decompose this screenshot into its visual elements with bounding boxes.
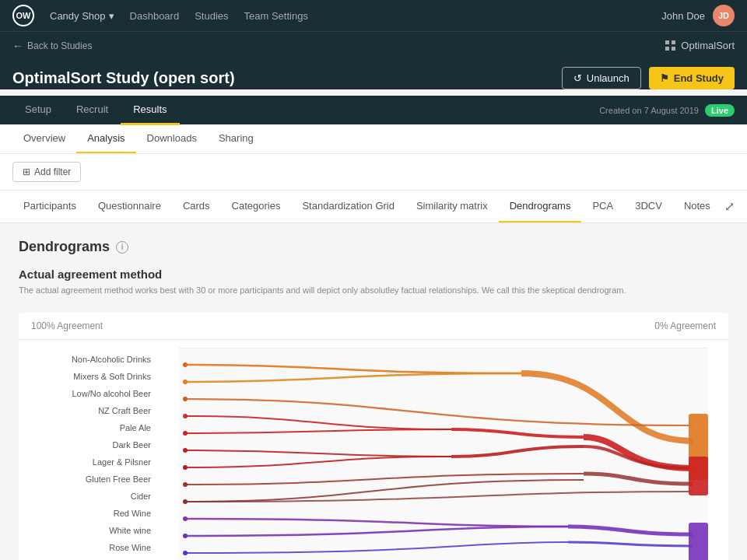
tab-recruit[interactable]: Recruit <box>64 96 121 125</box>
study-actions: ↺ Unlaunch ⚑ End Study <box>562 67 735 89</box>
svg-rect-19 <box>689 523 708 561</box>
tab-sharing[interactable]: Sharing <box>208 124 265 153</box>
refresh-icon: ↺ <box>573 72 582 84</box>
chart-body: Non-Alcoholic Drinks Mixers & Soft Drink… <box>19 340 728 561</box>
tab-analysis[interactable]: Analysis <box>76 124 135 153</box>
back-arrow-icon: ← <box>12 40 23 52</box>
dendrogram-svg <box>159 348 728 561</box>
tab-similarity-matrix[interactable]: Similarity matrix <box>405 191 499 222</box>
label-lager: Lager & Pilsner <box>31 453 151 471</box>
expand-button[interactable]: ⤢ <box>724 199 735 214</box>
status-badge: Live <box>705 104 735 117</box>
unlaunch-button[interactable]: ↺ Unlaunch <box>562 67 641 89</box>
label-mixers: Mixers & Soft Drinks <box>31 368 151 385</box>
nav-links: Dashboard Studies Team Settings <box>130 10 308 22</box>
tab-pca[interactable]: PCA <box>581 191 624 222</box>
main-content: Dendrograms i Actual agreement method Th… <box>0 223 747 560</box>
label-gluten-free: Gluten Free Beer <box>31 471 151 488</box>
tab-cards[interactable]: Cards <box>172 191 221 222</box>
tab-categories[interactable]: Categories <box>221 191 292 222</box>
tab-3dcv[interactable]: 3DCV <box>624 191 673 222</box>
chart-labels: Non-Alcoholic Drinks Mixers & Soft Drink… <box>19 348 159 561</box>
label-red-wine: Red Wine <box>31 505 151 522</box>
dendrogram-chart: 100% Agreement 0% Agreement Non-Alcoholi… <box>19 313 728 561</box>
back-to-studies-link[interactable]: ← Back to Studies <box>12 40 92 52</box>
study-tab-list: Setup Recruit Results <box>12 96 180 124</box>
label-pale-ale: Pale Ale <box>31 419 151 436</box>
nav-team-settings[interactable]: Team Settings <box>244 10 308 22</box>
optimal-sort-branding: OptimalSort <box>665 40 735 51</box>
dendrogram-svg-area <box>159 348 728 561</box>
add-filter-button[interactable]: ⊞ Add filter <box>12 162 81 182</box>
chart-right-label: 0% Agreement <box>654 320 716 331</box>
filter-icon: ⊞ <box>23 166 30 177</box>
tab-questionnaire[interactable]: Questionnaire <box>87 191 172 222</box>
label-dark-beer: Dark Beer <box>31 436 151 453</box>
results-tabs: Overview Analysis Downloads Sharing <box>0 124 747 154</box>
tab-participants[interactable]: Participants <box>12 191 87 222</box>
top-navigation: OW Candy Shop ▾ Dashboard Studies Team S… <box>0 0 747 31</box>
sub-navigation: ← Back to Studies OptimalSort <box>0 31 747 59</box>
nav-studies[interactable]: Studies <box>195 10 228 22</box>
logo: OW <box>12 5 34 26</box>
study-meta: Created on 7 August 2019 Live <box>599 104 735 117</box>
analysis-tabs: Participants Questionnaire Cards Categor… <box>0 191 747 223</box>
top-nav-left: OW Candy Shop ▾ Dashboard Studies Team S… <box>12 5 308 26</box>
flag-icon: ⚑ <box>660 72 669 84</box>
tab-standardization-grid[interactable]: Standardization Grid <box>291 191 405 222</box>
tab-notes[interactable]: Notes <box>673 191 721 222</box>
info-icon[interactable]: i <box>116 241 128 254</box>
user-name: John Doe <box>661 10 705 22</box>
chevron-down-icon: ▾ <box>109 10 114 22</box>
study-header: OptimalSort Study (open sort) ↺ Unlaunch… <box>0 59 747 89</box>
label-low-no-alcohol: Low/No alcohol Beer <box>31 385 151 402</box>
filter-bar: ⊞ Add filter <box>0 154 747 191</box>
tab-setup[interactable]: Setup <box>12 96 64 125</box>
study-title: OptimalSort Study (open sort) <box>12 69 235 87</box>
label-cider: Cider <box>31 488 151 505</box>
grid-icon <box>665 40 676 51</box>
label-rose-wine: Rose Wine <box>31 539 151 556</box>
tab-dendrograms[interactable]: Dendrograms <box>499 191 582 222</box>
study-tabs: Setup Recruit Results Created on 7 Augus… <box>0 96 747 124</box>
top-nav-right: John Doe JD <box>661 5 735 26</box>
end-study-button[interactable]: ⚑ End Study <box>649 67 735 89</box>
svg-rect-18 <box>689 457 708 495</box>
analysis-tab-list: Participants Questionnaire Cards Categor… <box>12 191 721 222</box>
nav-dashboard[interactable]: Dashboard <box>130 10 180 22</box>
label-non-alcoholic: Non-Alcoholic Drinks <box>31 351 151 368</box>
label-nz-craft: NZ Craft Beer <box>31 402 151 419</box>
chart-header: 100% Agreement 0% Agreement <box>19 313 728 340</box>
subsection-desc: The actual agreement method works best w… <box>19 284 728 297</box>
avatar: JD <box>713 5 735 26</box>
tab-results[interactable]: Results <box>121 96 179 125</box>
subsection-title: Actual agreement method <box>19 268 728 281</box>
tab-downloads[interactable]: Downloads <box>136 124 208 153</box>
workspace-selector[interactable]: Candy Shop ▾ <box>50 10 114 22</box>
tab-overview[interactable]: Overview <box>12 124 76 153</box>
chart-left-label: 100% Agreement <box>31 320 103 331</box>
created-date: Created on 7 August 2019 <box>599 106 699 115</box>
label-white-wine: White wine <box>31 522 151 539</box>
label-champagne: Champagne and Sparkling <box>31 556 151 561</box>
optimal-sort-label: OptimalSort <box>681 40 735 51</box>
optimal-sort-icon-group: OptimalSort <box>665 40 735 51</box>
section-title: Dendrograms i <box>19 239 728 255</box>
